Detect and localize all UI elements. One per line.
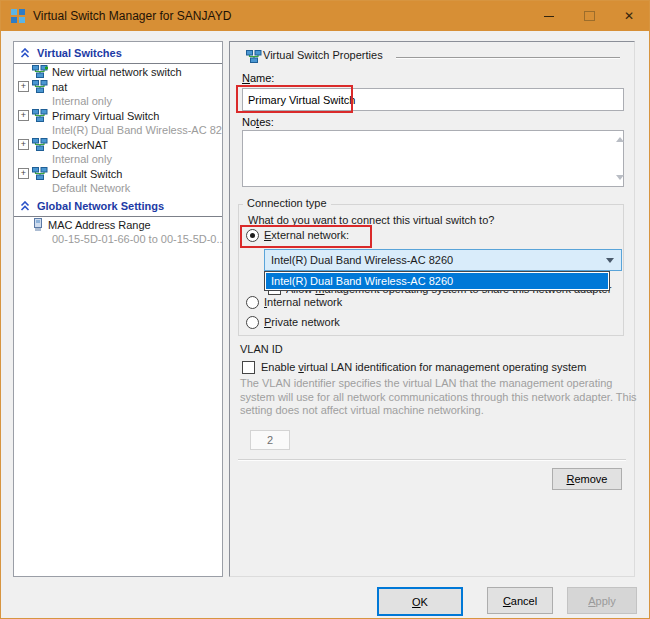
expand-icon[interactable]: + [18, 110, 29, 121]
sidebar-item-mac-address-range[interactable]: MAC Address Range [14, 217, 222, 232]
name-input[interactable] [242, 88, 624, 111]
scroll-down-icon[interactable] [616, 175, 624, 180]
section-header-global-network-settings[interactable]: Global Network Settings [14, 195, 222, 217]
enable-vlan-checkbox[interactable] [242, 361, 255, 374]
close-button[interactable]: ✕ [609, 1, 649, 31]
remove-button[interactable]: Remove [552, 468, 622, 490]
virtual-switch-manager-window: Virtual Switch Manager for SANJAYD ✕ Vir… [0, 0, 650, 619]
sidebar-item-label: nat [52, 81, 67, 93]
expand-icon[interactable]: + [18, 168, 29, 179]
virtual-switch-icon [32, 80, 48, 93]
hyperv-app-icon [10, 8, 26, 24]
properties-panel: Virtual Switch Properties Name: Notes: C… [229, 41, 635, 577]
private-network-radio[interactable] [246, 316, 259, 329]
notes-input[interactable] [242, 130, 624, 187]
adapter-dropdown[interactable]: Intel(R) Dual Band Wireless-AC 8260 [264, 249, 622, 271]
adapter-dropdown-option[interactable]: Intel(R) Dual Band Wireless-AC 8260 [266, 273, 608, 289]
cancel-button[interactable]: Cancel [487, 587, 553, 614]
external-network-radio[interactable] [246, 229, 259, 242]
external-network-label[interactable]: External network: [264, 229, 349, 241]
title-bar: Virtual Switch Manager for SANJAYD ✕ [1, 1, 649, 31]
sidebar-item-label: New virtual network switch [52, 66, 182, 78]
sidebar-item-label: MAC Address Range [48, 219, 151, 231]
network-adapter-icon [32, 218, 44, 232]
sidebar-item-subtitle: Intel(R) Dual Band Wireless-AC 8260 [14, 123, 222, 137]
maximize-icon [584, 11, 595, 21]
collapse-chevron-icon [20, 48, 30, 58]
sidebar-item-dockernat[interactable]: + DockerNAT [14, 137, 222, 152]
header-divider [396, 57, 620, 59]
sidebar-item-subtitle: Internal only [14, 152, 222, 166]
virtual-switch-icon [32, 167, 48, 180]
sidebar-item-nat[interactable]: + nat [14, 79, 222, 94]
virtual-switch-icon [32, 138, 48, 151]
maximize-button[interactable] [569, 1, 609, 31]
section-header-label: Virtual Switches [37, 47, 122, 59]
adapter-dropdown-value: Intel(R) Dual Band Wireless-AC 8260 [271, 254, 453, 266]
enable-vlan-label[interactable]: Enable virtual LAN identification for ma… [261, 361, 586, 373]
apply-button[interactable]: Apply [567, 587, 637, 614]
adapter-dropdown-list: Intel(R) Dual Band Wireless-AC 8260 [264, 271, 610, 291]
sidebar-item-new-virtual-network-switch[interactable]: New virtual network switch [14, 64, 222, 79]
notes-label: Notes: [242, 116, 274, 128]
collapse-chevron-icon [20, 201, 30, 211]
navigation-sidebar: Virtual Switches New virtual network swi… [13, 41, 223, 577]
internal-network-label[interactable]: Internal network [264, 296, 342, 308]
close-icon: ✕ [624, 9, 634, 23]
window-title: Virtual Switch Manager for SANJAYD [33, 9, 231, 23]
chevron-down-icon [606, 258, 614, 263]
vlan-id-input[interactable] [250, 430, 290, 450]
vlan-description: The VLAN identifier specifies the virtua… [240, 377, 638, 418]
sidebar-item-subtitle: Default Network [14, 181, 222, 195]
sidebar-item-primary-virtual-switch[interactable]: + Primary Virtual Switch [14, 108, 222, 123]
virtual-switch-icon [32, 109, 48, 122]
ok-button[interactable]: OK [377, 587, 463, 616]
sidebar-item-subtitle: Internal only [14, 94, 222, 108]
name-label: Name: [242, 72, 274, 84]
section-header-label: Global Network Settings [37, 200, 164, 212]
minimize-button[interactable] [529, 1, 569, 31]
new-virtual-switch-icon [32, 65, 48, 78]
section-header-virtual-switches[interactable]: Virtual Switches [14, 42, 222, 64]
section-divider [238, 459, 626, 461]
connection-question: What do you want to connect this virtual… [248, 214, 494, 226]
sidebar-item-default-switch[interactable]: + Default Switch [14, 166, 222, 181]
connection-type-label: Connection type [243, 197, 331, 209]
sidebar-item-label: DockerNAT [52, 139, 108, 151]
private-network-label[interactable]: Private network [264, 316, 340, 328]
scroll-up-icon[interactable] [616, 137, 624, 142]
virtual-switch-icon [246, 50, 262, 63]
expand-icon[interactable]: + [18, 139, 29, 150]
expand-icon[interactable]: + [18, 81, 29, 92]
panel-title: Virtual Switch Properties [263, 49, 383, 61]
minimize-icon [544, 16, 554, 17]
internal-network-radio[interactable] [246, 296, 259, 309]
sidebar-item-label: Default Switch [52, 168, 122, 180]
vlan-id-label: VLAN ID [240, 343, 283, 355]
sidebar-item-label: Primary Virtual Switch [52, 110, 159, 122]
sidebar-item-subtitle: 00-15-5D-01-66-00 to 00-15-5D-0... [14, 232, 222, 246]
